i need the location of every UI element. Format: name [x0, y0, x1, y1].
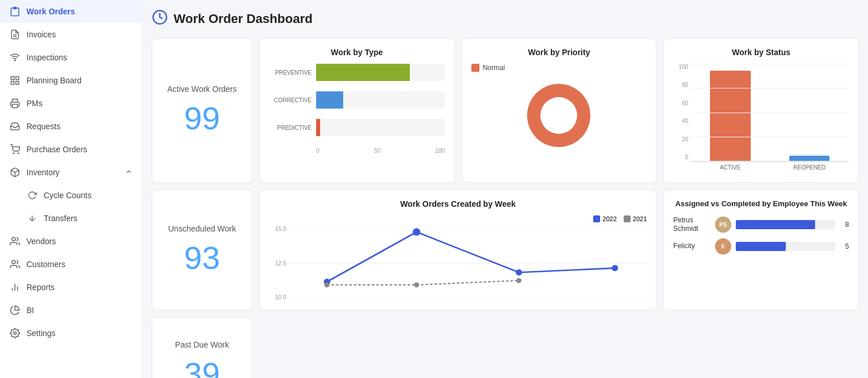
bar-label-corrective: CORRECTIVE [269, 97, 312, 103]
employee-list: Petrus Schmidt PS 8 Felicity F [673, 216, 849, 254]
sidebar: Work Orders Invoices Inspections Plannin… [0, 0, 143, 378]
svg-point-9 [13, 153, 14, 154]
file-text-icon [9, 29, 21, 40]
sidebar-item-settings[interactable]: Settings [0, 322, 142, 345]
emp-name-felicity: Felicity [673, 242, 710, 251]
sidebar-label-transfers: Transfers [44, 214, 78, 223]
emp-avatar-felicity: F [715, 238, 731, 254]
emp-bar-fill-felicity [736, 242, 785, 251]
legend-2021: 2021 [624, 215, 647, 222]
users-icon [9, 259, 21, 270]
sidebar-label-settings: Settings [26, 329, 56, 338]
page-header: Work Order Dashboard [152, 9, 859, 29]
svg-point-13 [12, 237, 16, 241]
svg-rect-7 [16, 82, 19, 84]
emp-bar-fill-petrus [736, 220, 815, 229]
sidebar-label-invoices: Invoices [26, 30, 56, 39]
sidebar-item-vendors[interactable]: Vendors [0, 230, 142, 253]
unscheduled-work-value: 93 [166, 239, 238, 276]
sidebar-label-inventory: Inventory [26, 168, 60, 177]
clipboard-icon [9, 6, 21, 17]
sidebar-item-cycle-counts[interactable]: Cycle Counts [0, 184, 142, 207]
svg-point-28 [612, 265, 618, 271]
active-work-orders-label: Active Work Orders [166, 84, 238, 95]
svg-text:F: F [721, 244, 725, 250]
vbar-ylabels: 0 20 40 60 80 100 [673, 64, 688, 173]
sidebar-item-work-orders[interactable]: Work Orders [0, 0, 142, 23]
assigned-completed-card: Assigned vs Completed by Employee This W… [663, 190, 859, 310]
svg-point-3 [14, 60, 16, 61]
svg-text:PS: PS [720, 222, 728, 228]
inbox-icon [9, 121, 21, 132]
vbar-xlabels: ACTIVE REOPENED [690, 162, 849, 173]
vbar-xlabel-reopened: REOPENED [775, 164, 843, 171]
sidebar-item-customers[interactable]: Customers [0, 253, 142, 276]
sidebar-label-reports: Reports [26, 283, 55, 292]
vbar-plot-area: ACTIVE REOPENED [690, 64, 849, 173]
past-due-work-label: Past Due Work [166, 340, 238, 351]
unscheduled-work-card[interactable]: Unscheduled Work 93 [152, 190, 252, 310]
shopping-cart-icon [9, 144, 21, 155]
vbar-bars-area [690, 64, 849, 162]
emp-row-felicity: Felicity F 5 [673, 238, 849, 254]
svg-point-27 [516, 269, 522, 276]
sidebar-item-invoices[interactable]: Invoices [0, 23, 142, 46]
vbar-col-reopened [775, 64, 843, 161]
sidebar-label-vendors: Vendors [26, 237, 56, 246]
work-by-week-card: Work Orders Created by Week 2022 2021 10… [259, 190, 656, 310]
sidebar-item-bi[interactable]: BI [0, 299, 142, 322]
vbar-col-active [696, 64, 764, 161]
vbar-fill-reopened [789, 156, 830, 161]
svg-rect-4 [11, 76, 14, 79]
svg-point-14 [12, 260, 16, 264]
assigned-completed-title: Assigned vs Completed by Employee This W… [673, 199, 849, 209]
sidebar-label-cycle-counts: Cycle Counts [44, 191, 91, 200]
active-work-orders-card[interactable]: Active Work Orders 99 [152, 38, 252, 183]
vbar-xlabel-active: ACTIVE [696, 164, 764, 171]
work-by-priority-card: Work by Priority Normal [462, 38, 657, 183]
legend-2022: 2022 [593, 215, 616, 222]
dashboard-grid: Active Work Orders 99 Work by Type PREVE… [152, 38, 859, 378]
pie-chart-icon [9, 304, 21, 316]
emp-row-petrus: Petrus Schmidt PS 8 [673, 216, 849, 234]
sidebar-item-reports[interactable]: Reports [0, 276, 142, 299]
sidebar-label-customers: Customers [26, 260, 66, 269]
sidebar-item-transfers[interactable]: Transfers [0, 207, 142, 230]
bar-track-preventive [316, 64, 445, 81]
sidebar-item-inventory[interactable]: Inventory [0, 161, 142, 184]
bar-chart-icon [9, 281, 21, 293]
sidebar-item-pms[interactable]: PMs [0, 92, 142, 115]
past-due-work-value: 39 [166, 355, 238, 378]
past-due-work-card[interactable]: Past Due Work 39 [152, 317, 252, 378]
user-group-icon [9, 236, 21, 247]
svg-point-30 [414, 283, 419, 288]
sidebar-label-bi: BI [26, 306, 34, 315]
gear-icon [9, 327, 21, 339]
bar-track-corrective [316, 91, 445, 109]
bar-row-predictive: PREDICTIVE [269, 119, 445, 136]
sidebar-label-planning-board: Planning Board [26, 76, 82, 85]
emp-bar-track-petrus [736, 220, 835, 229]
sidebar-item-purchase-orders[interactable]: Purchase Orders [0, 138, 142, 161]
vbar-chart-container: 0 20 40 60 80 100 [673, 64, 849, 173]
legend-normal-dot [471, 64, 479, 72]
dashboard-icon [152, 9, 168, 29]
donut-container [471, 75, 647, 156]
axis-0: 0 [316, 148, 320, 154]
svg-point-18 [14, 332, 17, 335]
donut-svg [513, 75, 605, 156]
svg-point-21 [540, 97, 577, 134]
axis-50: 50 [374, 148, 381, 154]
bar-fill-predictive [316, 119, 320, 136]
bar-row-corrective: CORRECTIVE [269, 91, 445, 109]
work-by-type-card: Work by Type PREVENTIVE CORRECTIVE [259, 38, 455, 183]
arrows-icon [26, 213, 38, 224]
svg-point-31 [516, 278, 521, 283]
svg-rect-5 [16, 76, 19, 79]
sidebar-item-inspections[interactable]: Inspections [0, 46, 142, 69]
sidebar-item-requests[interactable]: Requests [0, 115, 142, 138]
sidebar-item-planning-board[interactable]: Planning Board [0, 69, 142, 92]
svg-point-29 [324, 283, 329, 288]
emp-name-petrus: Petrus Schmidt [673, 216, 710, 234]
line-ylabels: 10.0 12.5 15.0 [269, 226, 286, 300]
